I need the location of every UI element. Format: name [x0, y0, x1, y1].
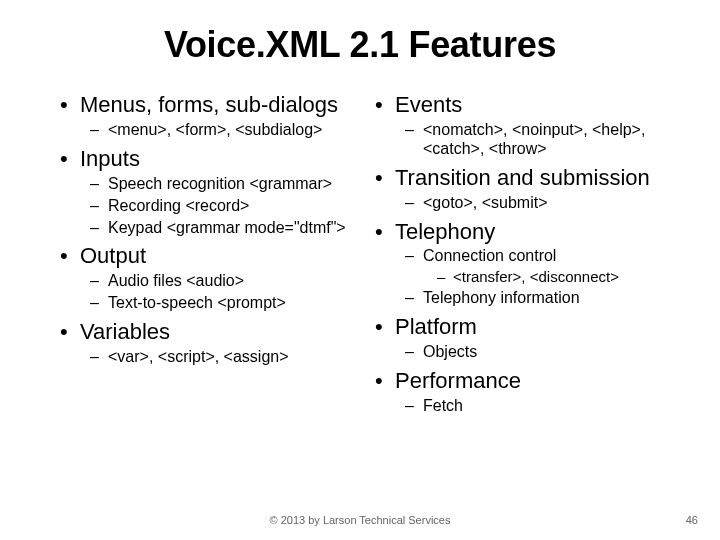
item-label: <menu>, <form>, <subdialog>	[108, 121, 322, 138]
list-item: Connection control <transfer>, <disconne…	[405, 247, 680, 286]
list-item: <menu>, <form>, <subdialog>	[90, 121, 365, 140]
list-item: <transfer>, <disconnect>	[437, 268, 680, 286]
list-item: Inputs Speech recognition <grammar> Reco…	[60, 146, 365, 238]
list-item: Fetch	[405, 397, 680, 416]
list-item: <nomatch>, <noinput>, <help>, <catch>, <…	[405, 121, 680, 159]
item-label: Menus, forms, sub-dialogs	[80, 92, 338, 117]
item-label: <nomatch>, <noinput>, <help>, <catch>, <…	[423, 121, 645, 157]
item-label: Platform	[395, 314, 477, 339]
item-label: Fetch	[423, 397, 463, 414]
item-label: Connection control	[423, 247, 556, 264]
list-item: Keypad <grammar mode="dtmf">	[90, 219, 365, 238]
item-label: <goto>, <submit>	[423, 194, 548, 211]
list-item: Speech recognition <grammar>	[90, 175, 365, 194]
list-item: Recording <record>	[90, 197, 365, 216]
list-item: Menus, forms, sub-dialogs <menu>, <form>…	[60, 92, 365, 140]
list-item: <var>, <script>, <assign>	[90, 348, 365, 367]
left-column: Menus, forms, sub-dialogs <menu>, <form>…	[60, 86, 365, 486]
slide-title: Voice.XML 2.1 Features	[0, 0, 720, 86]
item-label: Audio files <audio>	[108, 272, 244, 289]
list-item: Variables <var>, <script>, <assign>	[60, 319, 365, 367]
list-item: Events <nomatch>, <noinput>, <help>, <ca…	[375, 92, 680, 159]
item-label: Text-to-speech <prompt>	[108, 294, 286, 311]
list-item: Text-to-speech <prompt>	[90, 294, 365, 313]
item-label: Inputs	[80, 146, 140, 171]
item-label: Speech recognition <grammar>	[108, 175, 332, 192]
item-label: Output	[80, 243, 146, 268]
list-item: <goto>, <submit>	[405, 194, 680, 213]
page-number: 46	[686, 514, 698, 526]
list-item: Platform Objects	[375, 314, 680, 362]
item-label: Telephony information	[423, 289, 580, 306]
right-column: Events <nomatch>, <noinput>, <help>, <ca…	[365, 86, 680, 486]
slide: Voice.XML 2.1 Features Menus, forms, sub…	[0, 0, 720, 540]
list-item: Telephony Connection control <transfer>,…	[375, 219, 680, 308]
item-label: <transfer>, <disconnect>	[453, 268, 619, 285]
item-label: Transition and submission	[395, 165, 650, 190]
item-label: Recording <record>	[108, 197, 249, 214]
item-label: Keypad <grammar mode="dtmf">	[108, 219, 346, 236]
item-label: Variables	[80, 319, 170, 344]
list-item: Telephony information	[405, 289, 680, 308]
content-columns: Menus, forms, sub-dialogs <menu>, <form>…	[0, 86, 720, 486]
item-label: Performance	[395, 368, 521, 393]
item-label: Objects	[423, 343, 477, 360]
item-label: Telephony	[395, 219, 495, 244]
list-item: Objects	[405, 343, 680, 362]
list-item: Performance Fetch	[375, 368, 680, 416]
item-label: <var>, <script>, <assign>	[108, 348, 289, 365]
footer-copyright: © 2013 by Larson Technical Services	[0, 514, 720, 526]
list-item: Output Audio files <audio> Text-to-speec…	[60, 243, 365, 313]
list-item: Audio files <audio>	[90, 272, 365, 291]
list-item: Transition and submission <goto>, <submi…	[375, 165, 680, 213]
item-label: Events	[395, 92, 462, 117]
